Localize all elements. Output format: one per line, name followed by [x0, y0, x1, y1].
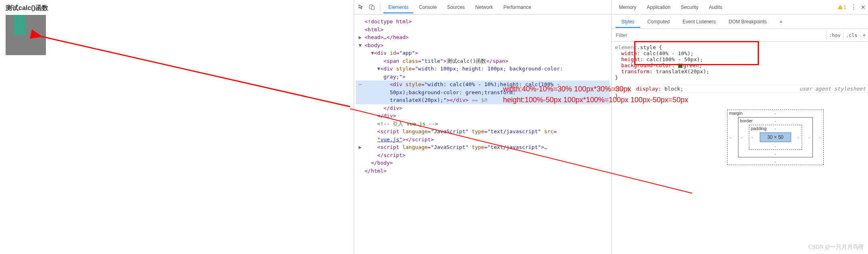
subtab-styles[interactable]: Styles — [616, 16, 640, 28]
selected-dom-node[interactable]: ⋯ <div style="width: calc(40% - 10%);hei… — [356, 81, 610, 89]
warning-badge[interactable]: 1 — [838, 4, 846, 10]
styles-pane: Memory Application Security Audits 1 ⋮ ✕… — [612, 0, 868, 254]
page-title: 测试calc()函数 — [6, 4, 348, 12]
close-icon[interactable]: ✕ — [861, 4, 866, 10]
box-model-content: 30 × 50 — [760, 132, 791, 142]
more-icon[interactable]: ⋮ — [850, 3, 857, 11]
divider — [380, 3, 380, 11]
tab-sources[interactable]: Sources — [442, 1, 470, 13]
subtab-eventlisteners[interactable]: Event Listeners — [677, 16, 722, 28]
tab-network[interactable]: Network — [470, 1, 498, 13]
annotation-highlight-box — [634, 41, 759, 65]
device-toggle-icon[interactable] — [367, 4, 377, 10]
subtab-dombreakpoints[interactable]: DOM Breakpoints — [723, 16, 773, 28]
cls-toggle[interactable]: .cls — [843, 31, 860, 40]
tab-elements[interactable]: Elements — [383, 1, 413, 13]
inspect-icon[interactable] — [357, 4, 366, 10]
new-rule-button[interactable]: + — [860, 31, 868, 40]
page-pane: 测试calc()函数 — [0, 0, 354, 254]
devtools-tabstrip-right: Memory Application Security Audits 1 ⋮ ✕ — [612, 0, 868, 14]
tab-audits[interactable]: Audits — [704, 1, 727, 13]
watermark: CSDN @一只月月鸟呀 — [808, 244, 864, 251]
styles-subtabs: Styles Computed Event Listeners DOM Brea… — [612, 14, 868, 29]
tab-performance[interactable]: Performance — [499, 1, 536, 13]
styles-filter-input[interactable] — [612, 31, 826, 40]
box-model-diagram: margin ---- border ---- padding ---- 30 … — [612, 101, 868, 254]
devtools-tabstrip: Elements Console Sources Network Perform… — [354, 0, 611, 14]
svg-rect-1 — [371, 6, 374, 10]
inner-box — [14, 15, 26, 35]
styles-filter-row: :hov .cls + — [612, 29, 868, 42]
dom-tree[interactable]: <!doctype html> <html> ▶<head>…</head> ▼… — [354, 14, 611, 254]
tab-application[interactable]: Application — [642, 1, 675, 13]
styles-rules[interactable]: element.style { width: calc(40% - 10%); … — [612, 42, 868, 85]
tab-memory[interactable]: Memory — [614, 1, 641, 13]
hov-toggle[interactable]: :hov — [826, 31, 843, 40]
dom-pane: Elements Console Sources Network Perform… — [354, 0, 612, 254]
subtab-more-icon[interactable]: » — [774, 16, 788, 28]
tab-security[interactable]: Security — [676, 1, 703, 13]
dom-doctype: <!doctype html> — [365, 19, 412, 25]
tab-console[interactable]: Console — [414, 1, 441, 13]
outer-box — [6, 15, 46, 55]
ua-stylesheet-row: div { display: block; user agent stylesh… — [612, 85, 868, 93]
subtab-computed[interactable]: Computed — [642, 16, 675, 28]
